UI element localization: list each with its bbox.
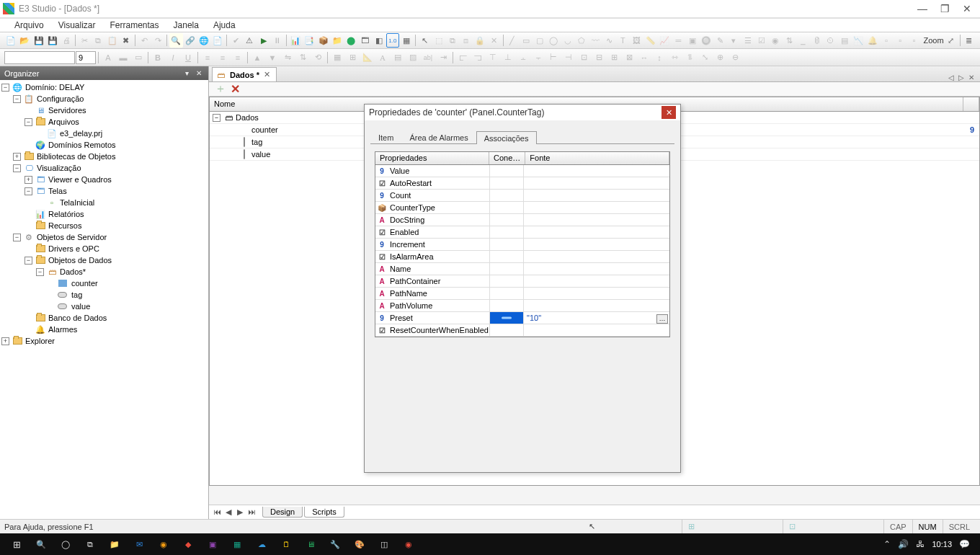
organizer-tree[interactable]: −🌐Domínio: DELAY −📋Configuração 🖥Servido…	[0, 80, 208, 519]
app8-icon[interactable]: 🎨	[347, 533, 372, 555]
connection-cell[interactable]	[489, 214, 524, 226]
expand-icon[interactable]: −	[213, 114, 220, 122]
fontcolor-icon[interactable]: A	[101, 50, 115, 65]
list-icon[interactable]: ☰	[741, 33, 754, 48]
tab-icon[interactable]: ⇥	[436, 50, 450, 65]
prop-row-autorestart[interactable]: ☑AutoRestart	[375, 177, 669, 190]
rotate-icon[interactable]: ⟲	[311, 50, 325, 65]
line-icon[interactable]: ╱	[505, 33, 518, 48]
prop-row-docstring[interactable]: ADocString	[375, 214, 669, 226]
rect-icon[interactable]: ▭	[520, 33, 533, 48]
close-button[interactable]: ✕	[963, 3, 971, 14]
bt-last-icon[interactable]: ⏭	[246, 507, 257, 517]
system-tray[interactable]: ⌃ 🔊 🖧 10:13 💬	[883, 539, 976, 549]
al10-icon[interactable]: ⊟	[592, 50, 606, 65]
trend-icon[interactable]: 📉	[852, 33, 865, 48]
align-right-icon[interactable]: ≡	[231, 50, 245, 65]
button-icon[interactable]: 🔘	[700, 33, 713, 48]
polyline-icon[interactable]: 〰	[589, 33, 602, 48]
link-icon[interactable]: 🔗	[184, 33, 197, 48]
new-icon[interactable]: 📄	[4, 33, 17, 48]
linecolor-icon[interactable]: ▭	[131, 50, 146, 65]
alarm-icon[interactable]: 🔔	[866, 33, 879, 48]
minimize-button[interactable]: —	[917, 3, 927, 14]
tool-f-icon[interactable]: 🗔	[358, 33, 371, 48]
tool-a-icon[interactable]: 📊	[289, 33, 302, 48]
al11-icon[interactable]: ⊞	[607, 50, 621, 65]
tool-c-icon[interactable]: 📦	[316, 33, 329, 48]
connection-cell[interactable]	[489, 263, 524, 275]
copy-icon[interactable]: ⧉	[92, 33, 104, 48]
connection-cell[interactable]	[489, 177, 524, 189]
bt-next-icon[interactable]: ▶	[235, 507, 245, 517]
browser-icon[interactable]: ◉	[151, 533, 176, 555]
delete-icon[interactable]: ✖	[120, 33, 133, 48]
fonte-cell[interactable]: "10"…	[524, 314, 669, 322]
label-icon[interactable]: ab|	[421, 50, 435, 65]
menu-visualizar[interactable]: Visualizar	[51, 19, 103, 32]
prop-row-isalarmarea[interactable]: ☑IsAlarmArea	[375, 251, 669, 263]
prop-row-pathvolume[interactable]: APathVolume	[375, 300, 669, 312]
tree-relatorios[interactable]: Relatórios	[48, 210, 84, 218]
tree-objserv[interactable]: Objetos de Servidor	[37, 233, 107, 241]
pipe-icon[interactable]: ═	[672, 33, 685, 48]
style-icon[interactable]: ▨	[406, 50, 420, 65]
bt-first-icon[interactable]: ⏮	[212, 507, 222, 517]
send-back-icon[interactable]: ▼	[265, 50, 280, 65]
tree-prj[interactable]: e3_delay.prj	[60, 129, 102, 138]
tree-servidores[interactable]: Servidores	[48, 106, 86, 115]
center-h-icon[interactable]: ⊕	[713, 50, 727, 65]
gauge-icon[interactable]: ⏲	[824, 33, 837, 48]
menu-ferramentas[interactable]: Ferramentas	[103, 19, 166, 32]
connection-cell[interactable]	[489, 226, 524, 238]
cortana-icon[interactable]: ◯	[53, 533, 78, 555]
image-icon[interactable]: 🖼	[631, 33, 643, 48]
tool-e-icon[interactable]: ⬤	[344, 33, 357, 48]
app4-icon[interactable]: ☁	[249, 533, 274, 555]
tool-b-icon[interactable]: 📑	[303, 33, 316, 48]
tree-vis[interactable]: Visualização	[37, 164, 81, 172]
ungroup-icon[interactable]: ⧈	[460, 33, 473, 48]
bold-icon[interactable]: B	[151, 50, 165, 65]
edit-icon[interactable]: ✎	[713, 33, 726, 48]
combo-icon[interactable]: ▾	[727, 33, 740, 48]
tab-associacoes[interactable]: Associações	[476, 131, 537, 144]
warn-icon[interactable]: ⚠	[243, 33, 256, 48]
al12-icon[interactable]: ⊠	[622, 50, 636, 65]
app7-icon[interactable]: 🔧	[323, 533, 347, 555]
tool-h-icon[interactable]: 1.0	[386, 33, 399, 48]
tree-domrem[interactable]: Domínios Remotos	[48, 141, 116, 149]
add-item-icon[interactable]: ＋	[215, 81, 226, 97]
prop-row-pathname[interactable]: APathName	[375, 288, 669, 300]
al2-icon[interactable]: ⫎	[471, 50, 485, 65]
app2-icon[interactable]: ▣	[200, 533, 225, 555]
tree-telaini[interactable]: TelaInicial	[60, 198, 94, 207]
col-fonte[interactable]: Fonte	[525, 152, 669, 164]
prop-row-enabled[interactable]: ☑Enabled	[375, 226, 669, 239]
save-all-icon[interactable]: 💾	[46, 33, 59, 48]
tab-close-icon[interactable]: ✕	[262, 70, 272, 79]
tree-recursos[interactable]: Recursos	[48, 221, 81, 230]
poly-icon[interactable]: ⬠	[575, 33, 588, 48]
prop-row-resetcounterwhenenabled[interactable]: ☑ResetCounterWhenEnabled	[375, 324, 669, 337]
col-propriedades[interactable]: Propriedades	[375, 152, 489, 164]
tree-tag[interactable]: tag	[71, 290, 82, 299]
curve-icon[interactable]: ∿	[602, 33, 615, 48]
tree-banco[interactable]: Banco de Dados	[48, 314, 107, 322]
play-icon[interactable]: ▶	[257, 33, 270, 48]
browse-button[interactable]: …	[656, 314, 668, 324]
print-icon[interactable]: 🖨	[60, 33, 73, 48]
al9-icon[interactable]: ⊡	[576, 50, 591, 65]
connection-cell[interactable]	[489, 190, 524, 201]
zoom-fit-icon[interactable]: ⤢	[945, 33, 958, 48]
dist-v-icon[interactable]: ↕	[652, 50, 667, 65]
km-icon[interactable]: ✕	[487, 33, 500, 48]
al8-icon[interactable]: ⊣	[561, 50, 576, 65]
connection-cell[interactable]	[489, 202, 524, 213]
center-v-icon[interactable]: ⊖	[728, 50, 742, 65]
grid-col-value[interactable]	[963, 97, 979, 111]
al7-icon[interactable]: ⊢	[546, 50, 561, 65]
prop-row-pathcontainer[interactable]: APathContainer	[375, 275, 669, 288]
size-h-icon[interactable]: ⥮	[682, 50, 697, 65]
tree-viewer[interactable]: Viewer e Quadros	[48, 175, 112, 184]
